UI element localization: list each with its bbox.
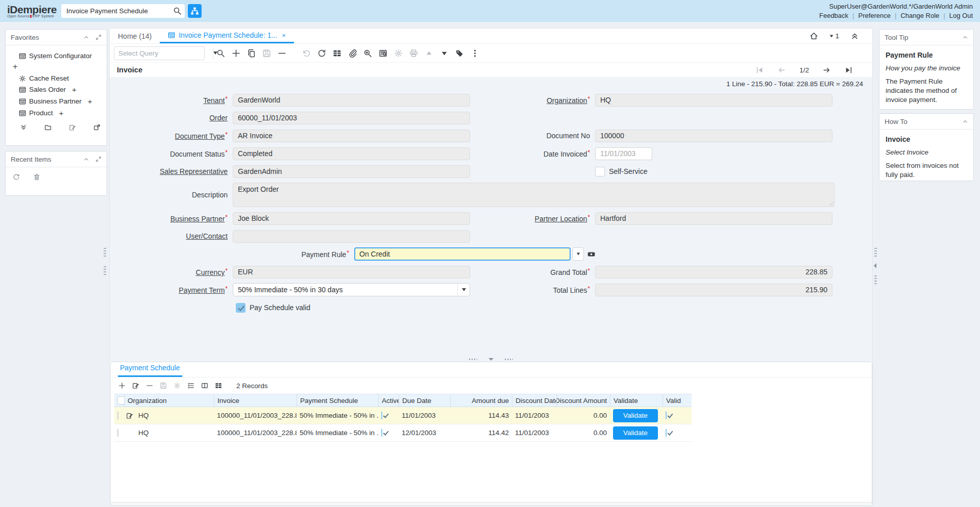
undo-changes-button[interactable]	[299, 45, 314, 61]
tab-payment-schedule[interactable]: Payment Schedule	[118, 364, 182, 377]
validate-button[interactable]: Validate	[613, 409, 658, 422]
column-header-due-date[interactable]: Due Date	[399, 394, 450, 407]
column-header-payment-schedule[interactable]: Payment Schedule	[297, 394, 378, 407]
tenant-label[interactable]: Tenant	[203, 96, 225, 105]
row-select-checkbox[interactable]	[117, 429, 118, 437]
next-record-icon[interactable]	[822, 66, 831, 74]
folder-icon[interactable]	[44, 124, 52, 131]
column-header-organization[interactable]: Organization	[124, 394, 214, 407]
edit-row-icon[interactable]	[126, 412, 133, 419]
parent-record-button[interactable]	[421, 45, 436, 61]
horizontal-splitter-handle[interactable]	[469, 358, 513, 361]
more-options-button[interactable]	[467, 45, 482, 61]
edit-icon[interactable]	[69, 124, 76, 131]
global-search-input[interactable]	[66, 7, 173, 15]
select-query-input[interactable]	[114, 49, 213, 57]
window-counter-dropdown[interactable]: 1	[829, 32, 839, 40]
pay-schedule-valid-checkbox[interactable]	[236, 303, 246, 313]
toggle-panel-button[interactable]	[198, 379, 211, 393]
order-label[interactable]: Order	[209, 114, 228, 122]
payment-rule-editor-icon[interactable]	[587, 250, 596, 259]
search-icon[interactable]	[173, 7, 182, 15]
zoom-across-button[interactable]	[360, 45, 375, 61]
payment-rule-dropdown-button[interactable]	[572, 247, 584, 261]
refresh-icon[interactable]	[13, 173, 20, 181]
save-row-button[interactable]	[156, 379, 170, 393]
save-record-button[interactable]	[259, 45, 274, 61]
active-checkbox[interactable]	[381, 412, 382, 419]
add-node-icon[interactable]: +	[72, 85, 77, 94]
user-contact-label[interactable]: User/Contact	[186, 232, 228, 240]
tenant-field[interactable]: GardenWorld	[233, 94, 470, 107]
label-button[interactable]	[452, 45, 467, 61]
last-record-icon[interactable]	[844, 66, 853, 74]
edit-row-button[interactable]	[129, 379, 142, 393]
left-splitter-handle[interactable]	[104, 266, 106, 276]
right-splitter-handle[interactable]	[874, 275, 877, 286]
business-partner-label[interactable]: Business Partner	[170, 215, 225, 223]
currency-label[interactable]: Currency	[196, 268, 225, 276]
partner-location-label[interactable]: Partner Location	[535, 215, 587, 223]
document-type-field[interactable]: AR Invoice	[233, 130, 470, 142]
right-splitter-handle[interactable]	[874, 248, 877, 258]
add-node-icon[interactable]: +	[88, 97, 92, 106]
user-contact-field[interactable]	[233, 230, 470, 243]
row-select-checkbox[interactable]	[117, 412, 118, 419]
sidebar-item-sales-order[interactable]: Sales Order+	[10, 84, 103, 95]
previous-record-icon[interactable]	[777, 66, 786, 74]
select-query-combobox[interactable]	[114, 46, 205, 60]
valid-checkbox[interactable]	[666, 412, 667, 419]
header-link-log-out[interactable]: Log Out	[949, 12, 973, 19]
close-tab-icon[interactable]: ×	[282, 32, 286, 39]
tab-home[interactable]: Home (14)	[110, 29, 160, 43]
valid-checkbox[interactable]	[666, 429, 667, 437]
home-icon[interactable]	[810, 32, 818, 40]
print-button[interactable]	[406, 45, 421, 61]
partner-location-field[interactable]: Hartford	[595, 212, 832, 225]
report-button[interactable]	[375, 45, 390, 61]
column-header-discount-amount[interactable]: Discount Amount	[556, 394, 610, 407]
document-type-label[interactable]: Document Type	[175, 132, 225, 140]
share-icon[interactable]	[93, 124, 101, 131]
menu-tree-button[interactable]	[188, 4, 202, 18]
quick-entry-button[interactable]	[184, 379, 198, 393]
right-splitter-collapse-icon[interactable]	[874, 263, 876, 268]
requery-button[interactable]	[314, 45, 329, 61]
sidebar-item-product[interactable]: Product+	[10, 107, 103, 119]
grid-toggle-button[interactable]	[329, 45, 345, 61]
add-node-icon[interactable]: +	[10, 61, 103, 73]
table-row[interactable]: HQ100000_11/01/2003_228.8550% Immediate …	[114, 424, 692, 442]
process-row-button[interactable]	[170, 379, 184, 393]
new-record-button[interactable]	[228, 45, 243, 61]
collapse-all-icon[interactable]	[850, 32, 859, 40]
global-search[interactable]	[61, 4, 185, 18]
add-node-icon[interactable]: +	[59, 109, 64, 117]
delete-row-button[interactable]	[142, 379, 156, 393]
description-textarea[interactable]: Export Order	[233, 183, 835, 207]
currency-field[interactable]: EUR	[233, 266, 470, 278]
document-status-field[interactable]: Completed	[233, 147, 470, 160]
collapse-icon[interactable]	[83, 34, 89, 40]
active-checkbox[interactable]	[381, 429, 382, 437]
collapse-icon[interactable]	[83, 156, 89, 162]
order-field[interactable]: 60000_11/01/2003	[233, 112, 470, 124]
column-header-valid[interactable]: Valid	[663, 394, 692, 407]
attachment-button[interactable]	[345, 45, 360, 61]
payment-term-label[interactable]: Payment Term	[179, 286, 225, 294]
organization-label[interactable]: Organization	[547, 96, 587, 105]
business-partner-field[interactable]: Joe Block	[233, 212, 470, 225]
expand-icon[interactable]	[95, 156, 102, 162]
header-link-change-role[interactable]: Change Role	[900, 12, 939, 19]
process-button[interactable]	[390, 45, 406, 61]
column-header-validate[interactable]: Validate	[610, 394, 663, 407]
sales-representative-field[interactable]: GardenAdmin	[233, 165, 470, 178]
collapse-icon[interactable]	[962, 34, 968, 40]
resize-grip-icon[interactable]	[828, 201, 833, 206]
collapse-icon[interactable]	[962, 118, 968, 124]
left-splitter-handle[interactable]	[104, 248, 106, 258]
chevron-down-icon[interactable]	[457, 284, 470, 296]
expand-icon[interactable]	[95, 34, 102, 40]
dbl-chevron-down-icon[interactable]	[20, 124, 27, 131]
column-header-amount-due[interactable]: Amount due	[450, 394, 512, 407]
validate-button[interactable]: Validate	[613, 426, 658, 440]
